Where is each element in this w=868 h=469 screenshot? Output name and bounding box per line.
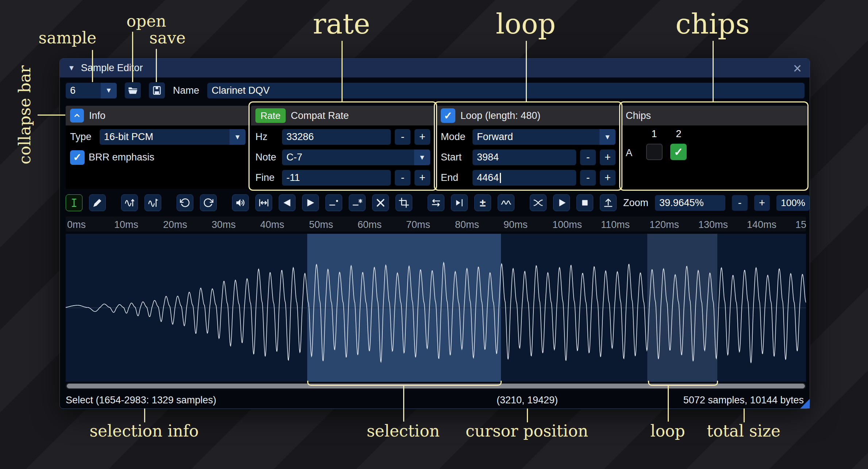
fine-increase-button[interactable]: + xyxy=(414,170,430,186)
window-collapse-icon[interactable]: ▼ xyxy=(68,64,75,72)
hz-input[interactable]: 33286 xyxy=(282,129,391,145)
loop-enable-checkbox[interactable]: ✓ xyxy=(441,108,455,123)
annotation-line-collapse-bar xyxy=(38,115,65,116)
ruler-label: 70ms xyxy=(406,219,430,230)
loop-end-value: 4464 xyxy=(477,172,499,183)
delete-button[interactable] xyxy=(372,194,389,211)
reverse-arrows-icon xyxy=(431,197,441,208)
reverse-button[interactable] xyxy=(428,194,444,211)
annotation-line-rate xyxy=(342,41,343,102)
loop-end-decrease-button[interactable]: - xyxy=(580,170,596,186)
loop-mode-select[interactable]: Forward ▼ xyxy=(472,129,616,145)
annotation-line-loop-bottom xyxy=(668,386,669,422)
zoom-reset-button[interactable]: 100% xyxy=(776,195,810,211)
loop-start-input[interactable]: 3984 xyxy=(472,150,576,165)
brr-emphasis-checkbox[interactable]: ✓ xyxy=(70,150,85,165)
zoom-in-button[interactable]: + xyxy=(754,195,770,211)
loop-start-decrease-button[interactable]: - xyxy=(580,150,596,165)
fine-input[interactable]: -11 xyxy=(282,170,391,186)
window-resize-grip[interactable] xyxy=(800,399,810,408)
ruler-label: 80ms xyxy=(455,219,479,230)
sample-number-select[interactable]: 6 ▼ xyxy=(66,83,117,98)
sine-filter-icon xyxy=(501,197,512,208)
zoom-out-button[interactable]: - xyxy=(732,195,748,211)
hz-decrease-button[interactable]: - xyxy=(395,129,410,145)
collapse-panel-button[interactable] xyxy=(70,109,84,123)
undo-icon xyxy=(180,197,190,208)
preview-sample-button[interactable] xyxy=(553,194,570,211)
crossfade-loop-button[interactable] xyxy=(530,194,547,211)
chevron-down-icon[interactable]: ▼ xyxy=(599,129,616,145)
zoom-input[interactable]: 39.9645% xyxy=(655,195,725,211)
apply-silence-button[interactable] xyxy=(349,194,366,211)
sample-name-value: Clarinet DQV xyxy=(212,85,270,96)
undo-button[interactable] xyxy=(177,194,193,211)
chevron-down-icon[interactable]: ▼ xyxy=(229,129,246,145)
name-label: Name xyxy=(173,85,199,96)
zoom-label: Zoom xyxy=(623,197,648,209)
annotation-open: open xyxy=(126,13,166,29)
apply-filter-button[interactable] xyxy=(498,194,514,211)
insert-silence-button[interactable] xyxy=(325,194,342,211)
check-icon: ✓ xyxy=(444,110,452,122)
crop-icon xyxy=(398,197,409,208)
annotated-screenshot: ▼ Sample Editor × 6 ▼ Name Clarinet xyxy=(0,0,868,469)
ruler-label: 50ms xyxy=(309,219,333,230)
hz-increase-button[interactable]: + xyxy=(414,129,430,145)
loop-end-increase-button[interactable]: + xyxy=(600,170,616,186)
ibeam-cursor-icon xyxy=(69,197,80,208)
fade-in-button[interactable] xyxy=(302,194,319,211)
ruler-label: 130ms xyxy=(698,219,728,230)
open-sample-button[interactable] xyxy=(125,82,141,98)
check-icon: ✓ xyxy=(674,146,683,158)
loop-end-input[interactable]: 4464 xyxy=(472,170,576,186)
trim-button[interactable] xyxy=(396,194,412,211)
chip-1-checkbox[interactable] xyxy=(646,144,663,160)
info-panel-header: Info xyxy=(66,106,250,125)
resample-button[interactable] xyxy=(144,194,161,211)
fade-out-button[interactable] xyxy=(279,194,296,211)
stop-preview-button[interactable] xyxy=(576,194,593,211)
draw-tool-button[interactable] xyxy=(89,194,106,211)
fine-label: Fine xyxy=(255,172,278,183)
normalize-button[interactable] xyxy=(255,194,272,211)
note-select[interactable]: C-7 ▼ xyxy=(282,150,430,165)
chip-2-checkbox[interactable]: ✓ xyxy=(670,144,687,160)
rate-panel-header: Rate Compat Rate xyxy=(251,106,435,125)
hz-value: 33286 xyxy=(286,131,314,143)
upload-icon xyxy=(603,197,614,208)
sample-type-select[interactable]: 16-bit PCM ▼ xyxy=(100,129,246,145)
waveform-view[interactable] xyxy=(66,234,806,382)
cursor-position-text: (3210, 19429) xyxy=(497,395,558,406)
ruler-label: 140ms xyxy=(747,219,776,230)
loop-start-value: 3984 xyxy=(477,152,499,163)
left-triangle-icon xyxy=(282,197,293,208)
timeline-ruler[interactable]: 0ms 10ms 20ms 30ms 40ms 50ms 60ms 70ms 8… xyxy=(66,217,806,232)
chevron-down-icon[interactable]: ▼ xyxy=(101,83,117,98)
note-label: Note xyxy=(255,152,278,163)
close-icon[interactable]: × xyxy=(793,61,802,75)
signed-unsigned-button[interactable]: ± xyxy=(474,194,491,211)
redo-button[interactable] xyxy=(200,194,217,211)
loop-mode-value: Forward xyxy=(472,129,599,145)
titlebar[interactable]: ▼ Sample Editor × xyxy=(60,59,810,78)
fine-decrease-button[interactable]: - xyxy=(395,170,410,186)
floppy-save-icon xyxy=(152,85,162,96)
ruler-label: 90ms xyxy=(504,219,528,230)
loop-start-increase-button[interactable]: + xyxy=(600,150,616,165)
select-tool-button[interactable] xyxy=(66,194,82,211)
horizontal-arrows-icon xyxy=(258,197,269,208)
chevron-down-icon[interactable]: ▼ xyxy=(414,150,430,165)
invert-button[interactable] xyxy=(451,194,468,211)
save-sample-button[interactable] xyxy=(149,82,165,98)
amplify-button[interactable] xyxy=(232,194,249,211)
create-wavetable-button[interactable] xyxy=(600,194,617,211)
resize-button[interactable] xyxy=(121,194,138,211)
chevron-up-icon xyxy=(73,112,81,120)
ruler-label: 120ms xyxy=(649,219,679,230)
rate-badge[interactable]: Rate xyxy=(255,108,286,123)
sample-name-input[interactable]: Clarinet DQV xyxy=(207,83,805,98)
loop-panel: ✓ Loop (length: 480) Mode Forward ▼ Star… xyxy=(436,106,620,189)
speaker-icon xyxy=(235,197,246,208)
loop-end-label: End xyxy=(441,172,468,183)
